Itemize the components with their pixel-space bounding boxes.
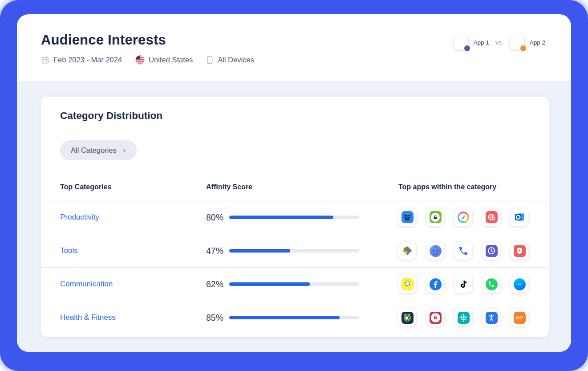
whatsapp-icon[interactable] <box>483 275 500 293</box>
table-body: Productivity 80% ✓ Tools 47% Communicati… <box>41 200 549 334</box>
check-ring-icon[interactable]: ✓ <box>454 208 472 226</box>
affinity-bar-fill <box>229 249 290 253</box>
affinity-score-value: 47% <box>206 246 223 256</box>
affinity-score-value: 80% <box>206 212 223 222</box>
fitbit-icon[interactable] <box>454 309 472 326</box>
categories-dropdown-label: All Categories <box>71 146 117 155</box>
decorative-blue-frame: Audience Interests Feb 2023 - Mar 2024 <box>0 0 588 371</box>
affinity-bar-fill <box>229 282 310 286</box>
country-filter: United States <box>135 55 193 65</box>
app2-dot <box>520 45 526 51</box>
facebook-icon[interactable] <box>426 275 444 293</box>
secure-folder-icon[interactable] <box>426 208 444 226</box>
affinity-bar-track <box>229 316 359 319</box>
card-title: Category Distribution <box>60 110 162 122</box>
snapchat-icon[interactable] <box>398 275 416 293</box>
app2-selector[interactable] <box>510 35 525 50</box>
alarm-clock-icon[interactable] <box>398 309 416 326</box>
us-flag-icon <box>135 55 145 65</box>
app-icons: ✓ <box>398 208 528 226</box>
secure-browser-icon[interactable] <box>483 208 500 226</box>
affinity-bar-fill <box>229 316 340 319</box>
categories-dropdown[interactable]: All Categories ▼ <box>60 140 137 160</box>
vs-label: vs. <box>495 39 503 46</box>
sphere-icon[interactable] <box>426 242 444 260</box>
affinity-bar-fill <box>229 216 333 219</box>
affinity-bar-track <box>229 282 359 286</box>
app1-label: App 1 <box>474 39 489 46</box>
app-window: Audience Interests Feb 2023 - Mar 2024 <box>17 14 571 352</box>
devices-label: All Devices <box>218 56 254 64</box>
phone-dialer-icon[interactable] <box>454 242 472 260</box>
country-label: United States <box>149 56 193 64</box>
device-icon <box>206 56 214 64</box>
app-icons <box>398 242 528 260</box>
clock-icon[interactable] <box>483 242 500 260</box>
affinity-bar-track <box>229 249 359 253</box>
play-services-icon[interactable] <box>398 242 416 260</box>
date-range-filter: Feb 2023 - Mar 2024 <box>41 56 122 64</box>
affinity-score-value: 85% <box>206 313 223 323</box>
table-header: Top Categories Affinity Score Top apps w… <box>41 179 549 200</box>
layers-app-icon[interactable] <box>398 208 416 226</box>
app-icons <box>398 275 528 293</box>
column-affinity-score: Affinity Score <box>206 183 252 191</box>
header-filters: Feb 2023 - Mar 2024 <box>41 55 254 65</box>
table-row: Productivity 80% ✓ <box>41 200 549 234</box>
affinity-bar-track <box>229 216 359 219</box>
category-link[interactable]: Health & Fitness <box>60 313 116 322</box>
myfitnesspal-icon[interactable] <box>483 309 500 326</box>
tiktok-icon[interactable] <box>454 275 472 293</box>
app-compare-selector: App 1 vs. App 2 <box>454 35 545 50</box>
app2-label: App 2 <box>530 39 545 46</box>
app1-selector[interactable] <box>454 35 469 50</box>
devices-filter: All Devices <box>206 56 254 64</box>
category-link[interactable]: Tools <box>60 246 78 255</box>
table-row: Health & Fitness 85% fit! <box>41 301 549 334</box>
category-link[interactable]: Communication <box>60 280 113 289</box>
outlook-icon[interactable] <box>511 208 528 226</box>
app-icons: fit! <box>398 309 528 326</box>
column-top-apps: Top apps within the category <box>398 183 496 191</box>
calendar-icon <box>41 56 49 64</box>
app1-dot <box>464 45 470 51</box>
category-distribution-card: Category Distribution All Categories ▼ T… <box>41 97 549 337</box>
category-link[interactable]: Productivity <box>60 213 99 222</box>
table-row: Communication 62% <box>41 267 549 301</box>
affinity-score-value: 62% <box>206 279 223 289</box>
fit-app-icon[interactable]: fit! <box>511 309 528 326</box>
period-tracker-icon[interactable] <box>426 309 444 326</box>
date-range-label: Feb 2023 - Mar 2024 <box>53 56 122 64</box>
column-top-categories: Top Categories <box>60 183 111 191</box>
shield-security-icon[interactable] <box>511 242 528 260</box>
table-row: Tools 47% <box>41 234 549 267</box>
chevron-down-icon: ▼ <box>122 148 127 153</box>
page-title: Audience Interests <box>41 32 166 48</box>
messenger-icon[interactable] <box>511 275 528 293</box>
